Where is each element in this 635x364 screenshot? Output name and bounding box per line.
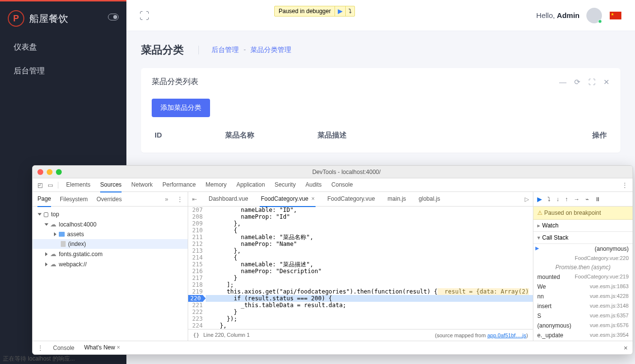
stack-frame[interactable]: Svue.esm.js:6357 (533, 311, 633, 321)
editor-footer: {}Line 220, Column 1 (source mapped from… (188, 329, 533, 341)
tree-webpack[interactable]: webpack:// (33, 259, 188, 269)
main-tab-sources[interactable]: Sources (100, 178, 122, 192)
drawer-close-icon[interactable]: × (624, 344, 628, 352)
file-tab-bar: ⇤ Dashboard.vueFoodCategory.vue×FoodCate… (188, 192, 533, 207)
tree-assets[interactable]: assets (33, 229, 188, 239)
locale-flag[interactable] (610, 12, 621, 19)
tree-index[interactable]: (index) (33, 239, 188, 249)
editor-panel: ⇤ Dashboard.vueFoodCategory.vue×FoodCate… (188, 192, 533, 341)
step-into-icon[interactable]: ↓ (556, 196, 559, 203)
stack-frame[interactable]: nnvue.esm.js:4228 (533, 292, 633, 301)
inspect-icon[interactable]: ◰ (37, 182, 43, 189)
step-over-icon[interactable]: ⤵ (547, 196, 550, 203)
card-refresh-icon[interactable]: ⟳ (574, 78, 581, 87)
main-tab-application[interactable]: Application (236, 178, 265, 192)
fullscreen-icon[interactable] (140, 11, 149, 20)
main-tab-memory[interactable]: Memory (206, 178, 227, 192)
browser-status: 正在等待 localhost 的响应... (0, 354, 78, 364)
page-title: 菜品分类 (141, 43, 184, 57)
step-icon[interactable]: → (574, 196, 580, 203)
nav-admin[interactable]: 后台管理 (0, 59, 126, 83)
stack-frame[interactable]: (anonymous) (533, 244, 633, 254)
list-card: 菜品分类列表 — ⟳ ⛶ ✕ 添加菜品分类 ID 菜品名称 菜品描述 操作 (141, 68, 620, 153)
brand-logo: P (8, 10, 24, 27)
file-tree: ▢ top localhost:4000 assets (index) font… (33, 207, 188, 341)
source-map-info: (source mapped from app.0af51bf….js) (435, 332, 528, 338)
step-out-icon[interactable]: ↑ (565, 196, 568, 203)
window-titlebar: DevTools - localhost:4000/ (33, 166, 633, 178)
col-id: ID (155, 131, 162, 140)
deactivate-bp-icon[interactable]: ⌁ (585, 196, 589, 203)
col-name: 菜品名称 (225, 131, 254, 140)
nav-back-icon[interactable]: ⇤ (192, 196, 197, 203)
tree-top[interactable]: ▢ top (33, 209, 188, 219)
col-desc: 菜品描述 (318, 131, 347, 140)
main-tab-performance[interactable]: Performance (162, 178, 196, 192)
code-area[interactable]: 2072082092102112122132142152162172182192… (188, 207, 533, 329)
device-icon[interactable]: ▭ (48, 182, 53, 189)
avatar[interactable] (586, 8, 602, 23)
pretty-print-icon[interactable]: {} (193, 332, 199, 338)
main-tab-security[interactable]: Security (275, 178, 296, 192)
sidebar-toggle[interactable] (108, 14, 119, 20)
topbar: Hello, Admin (126, 0, 635, 31)
app-main: Hello, Admin 菜品分类 后台管理 - 菜品分类管理 菜品分类列表 —… (126, 0, 635, 165)
overlay-resume-icon[interactable]: ▶ (335, 6, 345, 16)
drawer-tab-whatsnew[interactable]: What's New × (84, 341, 120, 355)
main-tab-console[interactable]: Console (332, 178, 353, 192)
file-tab[interactable]: main.js (387, 192, 407, 207)
run-snippet-icon[interactable]: ▷ (525, 196, 529, 203)
col-action: 操作 (592, 131, 607, 140)
crumb-category[interactable]: 菜品分类管理 (250, 46, 291, 53)
window-minimize-icon[interactable] (47, 169, 53, 175)
brand-title: 船屋餐饮 (29, 12, 68, 25)
debugger-panel: ▶ ⤵ ↓ ↑ → ⌁ ⏸ Paused on breakpoint ▸Watc… (533, 192, 633, 341)
file-tab[interactable]: FoodCategory.vue× (260, 192, 316, 207)
navigator-menu-icon[interactable]: ⋮ (177, 196, 183, 203)
drawer: ⋮ Console What's New × × (33, 341, 633, 354)
cursor-position: Line 220, Column 1 (203, 332, 249, 338)
add-category-button[interactable]: 添加菜品分类 (152, 99, 210, 117)
crumb-admin[interactable]: 后台管理 (212, 46, 239, 53)
page-header: 菜品分类 后台管理 - 菜品分类管理 (141, 43, 620, 57)
debugger-overlay-text: Paused in debugger (275, 6, 335, 16)
window-zoom-icon[interactable] (56, 169, 62, 175)
nav-subtab-filesystem[interactable]: Filesystem (60, 192, 88, 207)
callstack-section[interactable]: ▾Call Stack (533, 232, 633, 244)
nav-dashboard[interactable]: 仪表盘 (0, 35, 126, 59)
drawer-tab-console[interactable]: Console (53, 341, 74, 355)
nav-subtab-page[interactable]: Page (37, 192, 51, 207)
stack-frame[interactable]: Wevue.esm.js:1863 (533, 282, 633, 292)
source-map-link[interactable]: app.0af51bf….js (487, 332, 526, 338)
card-title: 菜品分类列表 (152, 77, 198, 87)
more-icon[interactable]: ⋮ (617, 182, 633, 189)
brand: P 船屋餐饮 (0, 1, 126, 35)
stack-frame[interactable]: e._updatevue.esm.js:3954 (533, 330, 633, 340)
watch-section[interactable]: ▸Watch (533, 220, 633, 232)
drawer-menu-icon[interactable]: ⋮ (37, 345, 43, 351)
card-close-icon[interactable]: ✕ (603, 78, 610, 87)
stack-frame[interactable]: insertvue.esm.js:3148 (533, 301, 633, 311)
main-tab-elements[interactable]: Elements (66, 178, 90, 192)
stack-frame[interactable]: (anonymous)vue.esm.js:6576 (533, 321, 633, 330)
file-tab[interactable]: global.js (418, 192, 441, 207)
file-tab[interactable]: Dashboard.vue (208, 192, 249, 207)
resume-icon[interactable]: ▶ (537, 196, 542, 203)
stack-frame[interactable]: mountedFoodCategory.vue:219 (533, 272, 633, 282)
tree-fonts[interactable]: fonts.gstatic.com (33, 249, 188, 259)
pause-exceptions-icon[interactable]: ⏸ (595, 196, 600, 203)
main-tab-audits[interactable]: Audits (305, 178, 321, 192)
devtools-toolbar: ◰ ▭ ElementsSourcesNetworkPerformanceMem… (33, 178, 633, 192)
breadcrumb: 后台管理 - 菜品分类管理 (198, 46, 291, 54)
debugger-overlay: Paused in debugger ▶ ⤵ (274, 6, 355, 17)
file-tab[interactable]: FoodCategory.vue (326, 192, 376, 207)
nav-subtab-overrides[interactable]: Overrides (96, 192, 122, 207)
card-minimize-icon[interactable]: — (559, 78, 566, 87)
tree-host[interactable]: localhost:4000 (33, 219, 188, 229)
overlay-step-icon[interactable]: ⤵ (345, 6, 354, 16)
window-close-icon[interactable] (37, 169, 43, 175)
navigator-more-icon[interactable]: » (165, 196, 168, 203)
card-expand-icon[interactable]: ⛶ (588, 78, 596, 87)
main-tab-network[interactable]: Network (131, 178, 153, 192)
status-dot (598, 19, 602, 23)
